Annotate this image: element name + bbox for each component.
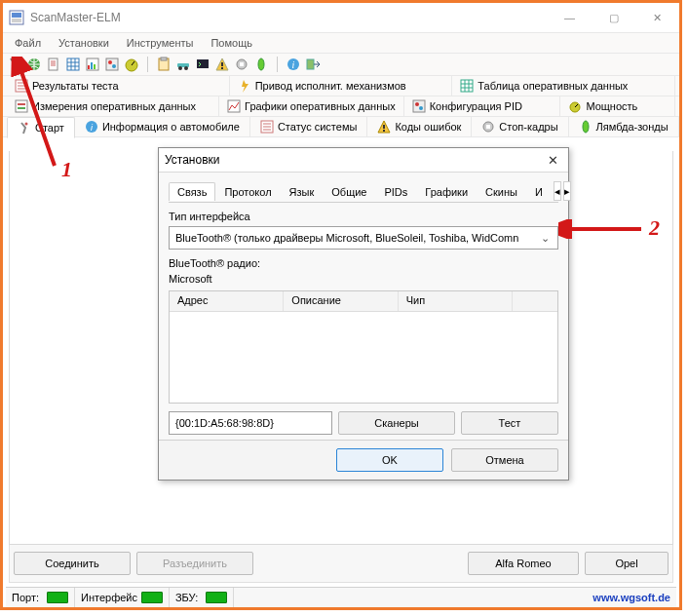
menu-help[interactable]: Помощь bbox=[203, 35, 260, 51]
vendor-link[interactable]: www.wgsoft.de bbox=[592, 592, 670, 603]
tab-results[interactable]: Результаты теста bbox=[7, 76, 230, 96]
exit-icon[interactable] bbox=[305, 57, 321, 72]
connect-button[interactable]: Соединить bbox=[14, 552, 131, 575]
dlg-tab-language[interactable]: Язык bbox=[281, 182, 324, 201]
svg-rect-46 bbox=[486, 125, 490, 129]
window-close-button[interactable]: ✕ bbox=[635, 3, 679, 32]
tab-vehicle-info[interactable]: i Информация о автомобиле bbox=[75, 117, 250, 136]
tab-actuators[interactable]: Привод исполнит. механизмов bbox=[230, 76, 453, 96]
tabs-scroll-left-button[interactable]: ◂ bbox=[554, 181, 561, 201]
tab-system-status[interactable]: Статус системы bbox=[250, 117, 367, 136]
status-interface-label: Интерфейс bbox=[81, 592, 137, 603]
svg-rect-8 bbox=[88, 65, 90, 69]
disconnect-button: Разъединить bbox=[136, 552, 253, 575]
test-button[interactable]: Тест bbox=[461, 411, 558, 435]
dialog-titlebar: Установки ✕ bbox=[159, 148, 568, 173]
dlg-tab-general[interactable]: Общие bbox=[323, 182, 375, 201]
col-address[interactable]: Адрес bbox=[170, 291, 284, 311]
menu-settings[interactable]: Установки bbox=[51, 35, 117, 51]
svg-rect-22 bbox=[221, 67, 223, 69]
table-icon bbox=[460, 79, 474, 93]
dlg-tab-skins[interactable]: Скины bbox=[477, 182, 526, 201]
col-chip[interactable]: Чип bbox=[399, 291, 513, 311]
globe-icon[interactable] bbox=[26, 57, 42, 72]
toolbar-sep bbox=[147, 57, 148, 72]
status-ecu: ЗБУ: bbox=[170, 588, 234, 607]
cancel-button[interactable]: Отмена bbox=[451, 448, 558, 472]
annotation-label-2: 2 bbox=[649, 215, 660, 241]
dialog-close-button[interactable]: ✕ bbox=[543, 150, 562, 170]
menu-tools[interactable]: Инструменты bbox=[119, 35, 202, 51]
gauge-icon[interactable] bbox=[124, 57, 139, 72]
tab-runtime-table[interactable]: Таблица оперативных данных bbox=[452, 76, 675, 96]
dlg-tab-pids[interactable]: PIDs bbox=[375, 182, 416, 201]
make-opel-button[interactable]: Opel bbox=[585, 552, 669, 575]
svg-point-19 bbox=[184, 66, 188, 70]
chart-icon[interactable] bbox=[85, 57, 100, 72]
plug-icon bbox=[18, 121, 31, 135]
ok-button[interactable]: OK bbox=[336, 448, 443, 472]
ecu-led-icon bbox=[206, 592, 227, 603]
col-description[interactable]: Описание bbox=[284, 291, 398, 311]
svg-rect-21 bbox=[221, 62, 223, 66]
mac-address-field[interactable]: {00:1D:A5:68:98:8D} bbox=[169, 411, 332, 435]
tab-label: Информация о автомобиле bbox=[102, 121, 240, 133]
status-port: Порт: bbox=[6, 588, 75, 607]
clipboard-icon[interactable] bbox=[156, 57, 172, 72]
make-alfa-button[interactable]: Alfa Romeo bbox=[468, 552, 579, 575]
svg-point-12 bbox=[108, 60, 112, 64]
svg-rect-10 bbox=[94, 64, 96, 69]
document-icon[interactable] bbox=[46, 57, 61, 72]
col-spacer bbox=[513, 291, 557, 311]
grid-header: Адрес Описание Чип bbox=[170, 291, 557, 312]
ribbon-row-3: Старт i Информация о автомобиле Статус с… bbox=[3, 117, 679, 137]
tab-graphs[interactable]: Графики оперативных данных bbox=[219, 96, 403, 116]
grid-icon[interactable] bbox=[65, 57, 81, 72]
window-titlebar: ScanMaster-ELM — ▢ ✕ bbox=[3, 3, 679, 33]
dlg-tab-connection[interactable]: Связь bbox=[169, 182, 215, 201]
dlg-tab-charts[interactable]: Графики bbox=[416, 182, 477, 201]
svg-text:i: i bbox=[292, 59, 295, 70]
port-led-icon bbox=[47, 592, 68, 603]
scanners-button[interactable]: Сканеры bbox=[338, 411, 455, 435]
status-icon bbox=[260, 120, 274, 134]
tab-error-codes[interactable]: Коды ошибок bbox=[367, 117, 472, 136]
svg-rect-31 bbox=[16, 100, 27, 112]
bt-radio-label: BlueTooth® радио: bbox=[169, 257, 558, 269]
window-minimize-button[interactable]: — bbox=[548, 3, 592, 32]
tab-start[interactable]: Старт bbox=[7, 117, 75, 138]
menu-file[interactable]: Файл bbox=[7, 35, 49, 51]
terminal-icon[interactable] bbox=[195, 57, 210, 72]
meter-icon bbox=[15, 99, 28, 113]
interface-type-combo[interactable]: BlueTooth® (только драйверы Microsoft, B… bbox=[169, 226, 558, 250]
svg-point-37 bbox=[419, 106, 423, 110]
sensor-icon[interactable] bbox=[253, 57, 269, 72]
tabs-scroll-right-button[interactable]: ▸ bbox=[563, 181, 571, 201]
svg-rect-32 bbox=[18, 103, 25, 105]
warning-icon bbox=[377, 120, 391, 134]
dialog-title: Установки bbox=[165, 153, 543, 167]
settings-dialog: Установки ✕ Связь Протокол Язык Общие PI… bbox=[158, 147, 569, 481]
devices-grid[interactable]: Адрес Описание Чип bbox=[169, 290, 558, 404]
window-maximize-button[interactable]: ▢ bbox=[592, 3, 635, 32]
dlg-tab-protocol[interactable]: Протокол bbox=[215, 182, 280, 201]
power-icon bbox=[568, 99, 582, 113]
info-icon: i bbox=[85, 120, 98, 134]
car-icon[interactable] bbox=[175, 57, 191, 72]
statusbar: Порт: Интерфейс ЗБУ: www.wgsoft.de bbox=[6, 587, 676, 607]
tab-label: Конфигурация PID bbox=[430, 100, 522, 112]
tab-power[interactable]: Мощность bbox=[560, 96, 675, 116]
dlg-tab-more[interactable]: И bbox=[526, 182, 552, 201]
svg-rect-2 bbox=[12, 19, 21, 22]
svg-point-3 bbox=[15, 58, 19, 61]
warn-icon[interactable] bbox=[214, 57, 230, 72]
tab-pid-config[interactable]: Конфигурация PID bbox=[404, 96, 561, 116]
tab-freeze-frames[interactable]: Стоп-кадры bbox=[472, 117, 568, 136]
snapshot-icon[interactable] bbox=[234, 57, 249, 72]
pid-icon[interactable] bbox=[104, 57, 120, 72]
tab-measurements[interactable]: Измерения оперативных данных bbox=[7, 96, 219, 116]
info-icon[interactable]: i bbox=[286, 57, 301, 72]
tab-lambda[interactable]: Лямбда-зонды bbox=[569, 117, 679, 136]
connect-icon[interactable] bbox=[7, 57, 22, 72]
dialog-tabs: Связь Протокол Язык Общие PIDs Графики С… bbox=[169, 180, 558, 203]
